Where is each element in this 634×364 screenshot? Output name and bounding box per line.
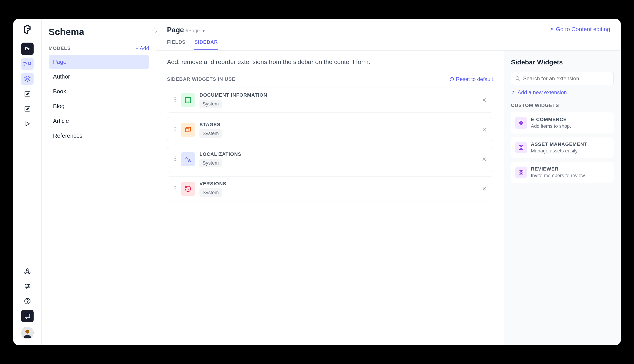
custom-widgets-label: CUSTOM WIDGETS — [511, 102, 614, 108]
logo-icon — [23, 25, 32, 36]
svg-point-36 — [174, 186, 174, 187]
crumb-title: Page — [167, 26, 184, 34]
nav-playground[interactable] — [21, 118, 34, 130]
svg-point-35 — [175, 160, 176, 161]
tab[interactable]: FIELDS — [167, 39, 185, 50]
drag-handle[interactable] — [173, 97, 176, 103]
widget-tag: System — [199, 188, 222, 197]
svg-point-8 — [26, 284, 27, 285]
svg-rect-50 — [522, 148, 523, 150]
svg-rect-44 — [522, 121, 523, 122]
nav-webhooks[interactable] — [21, 265, 34, 277]
go-to-content-link[interactable]: Go to Content editing — [549, 26, 610, 33]
page-title: Schema — [49, 27, 149, 37]
crumb-tag: #Page — [185, 28, 200, 34]
custom-widget-card[interactable]: ASSET MANAGEMENT Manage assets easily. — [511, 137, 614, 158]
sliders-icon — [24, 283, 31, 290]
model-item[interactable]: Book — [49, 84, 149, 98]
model-item[interactable]: References — [49, 129, 149, 143]
grid-icon — [515, 142, 527, 153]
sidebar-widgets-title: Sidebar Widgets — [511, 58, 614, 66]
models-list: PageAuthorBookBlogArticleReferences — [49, 55, 149, 143]
model-item[interactable]: Page — [49, 55, 149, 69]
history-icon — [449, 77, 454, 82]
remove-widget-button[interactable]: ✕ — [482, 156, 487, 163]
svg-point-33 — [175, 158, 176, 159]
nav-assets[interactable] — [21, 102, 34, 115]
reset-to-default-button[interactable]: Reset to default — [449, 76, 493, 82]
svg-point-24 — [175, 127, 176, 128]
app-logo[interactable] — [22, 25, 33, 36]
drag-handle[interactable] — [173, 127, 176, 133]
svg-point-20 — [174, 101, 174, 102]
model-item[interactable]: Article — [49, 114, 149, 128]
svg-rect-51 — [519, 170, 521, 172]
svg-point-18 — [174, 99, 174, 100]
custom-widget-card[interactable]: E-COMMERCE Add items to shop. — [511, 112, 614, 134]
nav-content[interactable] — [21, 88, 34, 100]
svg-rect-52 — [522, 170, 523, 172]
svg-rect-45 — [519, 123, 521, 125]
edit-alt-icon — [24, 106, 31, 112]
widget-card: DOCUMENT INFORMATION System ✕ — [167, 88, 493, 113]
custom-widget-desc: Invite members to review. — [531, 173, 586, 178]
nav-schema[interactable] — [21, 72, 34, 85]
svg-point-16 — [174, 97, 174, 98]
svg-point-9 — [28, 286, 29, 287]
remove-widget-button[interactable]: ✕ — [482, 97, 487, 104]
svg-point-26 — [175, 128, 176, 130]
svg-point-21 — [175, 101, 176, 102]
svg-point-41 — [175, 190, 176, 190]
breadcrumb[interactable]: Page #Page ▾ — [167, 26, 204, 34]
nav-master-badge[interactable]: M — [21, 58, 34, 70]
widget-icon — [181, 93, 195, 107]
add-model-button[interactable]: + Add — [135, 45, 149, 52]
grid-icon — [515, 166, 527, 178]
play-icon — [24, 121, 31, 127]
models-label: MODELS — [49, 46, 71, 51]
svg-point-30 — [174, 156, 174, 157]
svg-point-10 — [26, 287, 27, 288]
nav-settings[interactable] — [21, 280, 34, 292]
widgets-in-use-list: DOCUMENT INFORMATION System ✕ STAGES Sys… — [167, 88, 493, 202]
svg-rect-43 — [519, 121, 521, 122]
widget-tag: System — [199, 159, 222, 167]
svg-point-1 — [24, 65, 25, 66]
remove-widget-button[interactable]: ✕ — [482, 186, 487, 192]
custom-widget-title: ASSET MANAGEMENT — [531, 142, 587, 147]
collapse-sidebar-button[interactable] — [152, 28, 160, 36]
svg-rect-29 — [185, 128, 189, 132]
user-avatar[interactable] — [21, 327, 34, 339]
model-item[interactable]: Blog — [49, 99, 149, 113]
widget-title: VERSIONS — [199, 181, 477, 187]
tab[interactable]: SIDEBAR — [194, 39, 218, 50]
chevron-down-icon: ▾ — [203, 29, 204, 33]
help-icon — [24, 298, 31, 304]
remove-widget-button[interactable]: ✕ — [482, 126, 487, 133]
grid-icon — [515, 117, 527, 128]
search-input[interactable] — [523, 76, 609, 82]
drag-handle[interactable] — [173, 186, 176, 192]
nav-rail: Pr M — [13, 19, 42, 345]
svg-point-28 — [175, 130, 176, 131]
widget-card: VERSIONS System ✕ — [167, 176, 493, 202]
svg-point-2 — [26, 63, 27, 64]
nav-chat[interactable] — [21, 310, 34, 322]
intro-text: Add, remove and reorder extensions from … — [167, 58, 493, 66]
svg-point-42 — [516, 76, 519, 80]
widget-title: STAGES — [199, 122, 477, 128]
custom-widget-card[interactable]: REVIEWER Invite members to review. — [511, 162, 614, 183]
nav-help[interactable] — [21, 295, 34, 307]
webhook-icon — [24, 268, 31, 274]
external-link-icon — [549, 27, 554, 32]
svg-point-39 — [175, 188, 176, 188]
nav-project-badge[interactable]: Pr — [21, 42, 34, 55]
model-item[interactable]: Author — [49, 70, 149, 84]
svg-point-37 — [175, 186, 176, 187]
search-box[interactable] — [511, 72, 614, 85]
external-link-icon — [511, 90, 515, 95]
sidebar-right: Sidebar Widgets Add a new extension CUST… — [504, 50, 621, 345]
add-extension-link[interactable]: Add a new extension — [511, 89, 614, 96]
widget-icon — [181, 182, 195, 196]
drag-handle[interactable] — [173, 156, 176, 162]
